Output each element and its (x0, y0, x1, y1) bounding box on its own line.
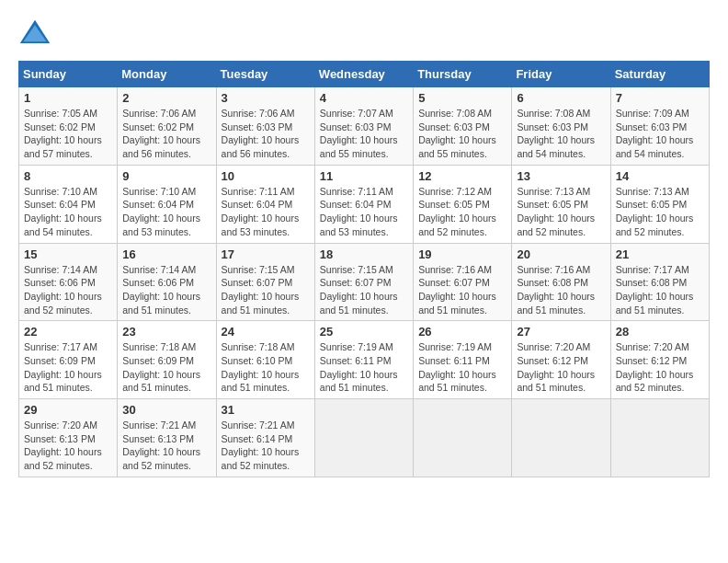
calendar-cell: 28Sunrise: 7:20 AM Sunset: 6:12 PM Dayli… (610, 321, 709, 399)
calendar-cell (512, 399, 610, 477)
day-number: 25 (320, 325, 408, 339)
day-info: Sunrise: 7:07 AM Sunset: 6:03 PM Dayligh… (320, 107, 408, 161)
column-header-friday: Friday (512, 62, 610, 87)
day-info: Sunrise: 7:10 AM Sunset: 6:04 PM Dayligh… (24, 185, 112, 239)
calendar-cell: 18Sunrise: 7:15 AM Sunset: 6:07 PM Dayli… (314, 243, 413, 321)
day-info: Sunrise: 7:20 AM Sunset: 6:13 PM Dayligh… (24, 419, 112, 473)
day-info: Sunrise: 7:19 AM Sunset: 6:11 PM Dayligh… (418, 340, 506, 395)
day-info: Sunrise: 7:11 AM Sunset: 6:04 PM Dayligh… (320, 185, 408, 239)
day-info: Sunrise: 7:08 AM Sunset: 6:03 PM Dayligh… (418, 107, 506, 161)
day-number: 8 (24, 169, 112, 183)
calendar-cell: 5Sunrise: 7:08 AM Sunset: 6:03 PM Daylig… (414, 87, 512, 166)
day-number: 4 (320, 91, 408, 105)
calendar-cell: 12Sunrise: 7:12 AM Sunset: 6:05 PM Dayli… (414, 165, 512, 243)
day-number: 30 (122, 403, 210, 417)
calendar-cell: 13Sunrise: 7:13 AM Sunset: 6:05 PM Dayli… (512, 165, 610, 243)
day-number: 22 (24, 325, 112, 339)
day-info: Sunrise: 7:14 AM Sunset: 6:06 PM Dayligh… (122, 263, 210, 317)
day-number: 6 (517, 91, 605, 105)
day-number: 12 (418, 169, 506, 183)
day-info: Sunrise: 7:20 AM Sunset: 6:12 PM Dayligh… (616, 340, 704, 395)
day-number: 2 (122, 91, 210, 105)
calendar-cell: 3Sunrise: 7:06 AM Sunset: 6:03 PM Daylig… (216, 87, 314, 166)
calendar-cell (314, 399, 413, 477)
day-number: 28 (616, 325, 704, 339)
calendar-cell: 16Sunrise: 7:14 AM Sunset: 6:06 PM Dayli… (118, 243, 216, 321)
day-number: 3 (222, 91, 310, 105)
calendar-cell: 21Sunrise: 7:17 AM Sunset: 6:08 PM Dayli… (610, 243, 709, 321)
day-info: Sunrise: 7:05 AM Sunset: 6:02 PM Dayligh… (24, 107, 112, 161)
calendar-week-row: 22Sunrise: 7:17 AM Sunset: 6:09 PM Dayli… (19, 321, 710, 399)
column-header-saturday: Saturday (610, 62, 709, 87)
calendar-cell (610, 399, 709, 477)
day-info: Sunrise: 7:21 AM Sunset: 6:13 PM Dayligh… (122, 419, 210, 473)
column-header-wednesday: Wednesday (314, 62, 413, 87)
day-info: Sunrise: 7:14 AM Sunset: 6:06 PM Dayligh… (24, 263, 112, 317)
day-number: 10 (222, 169, 310, 183)
calendar-cell: 20Sunrise: 7:16 AM Sunset: 6:08 PM Dayli… (512, 243, 610, 321)
day-info: Sunrise: 7:11 AM Sunset: 6:04 PM Dayligh… (222, 185, 310, 239)
calendar-cell: 11Sunrise: 7:11 AM Sunset: 6:04 PM Dayli… (314, 165, 413, 243)
calendar-week-row: 8Sunrise: 7:10 AM Sunset: 6:04 PM Daylig… (19, 165, 710, 243)
day-info: Sunrise: 7:17 AM Sunset: 6:08 PM Dayligh… (616, 263, 704, 317)
calendar-cell: 25Sunrise: 7:19 AM Sunset: 6:11 PM Dayli… (314, 321, 413, 399)
day-number: 9 (122, 169, 210, 183)
day-info: Sunrise: 7:18 AM Sunset: 6:09 PM Dayligh… (122, 340, 210, 395)
day-info: Sunrise: 7:21 AM Sunset: 6:14 PM Dayligh… (222, 419, 310, 473)
day-number: 26 (418, 325, 506, 339)
day-number: 21 (616, 247, 704, 261)
day-info: Sunrise: 7:06 AM Sunset: 6:03 PM Dayligh… (222, 107, 310, 161)
day-number: 1 (24, 91, 112, 105)
calendar-cell: 17Sunrise: 7:15 AM Sunset: 6:07 PM Dayli… (216, 243, 314, 321)
calendar-cell: 6Sunrise: 7:08 AM Sunset: 6:03 PM Daylig… (512, 87, 610, 166)
day-number: 11 (320, 169, 408, 183)
calendar-cell: 8Sunrise: 7:10 AM Sunset: 6:04 PM Daylig… (19, 165, 118, 243)
day-info: Sunrise: 7:20 AM Sunset: 6:12 PM Dayligh… (517, 340, 605, 395)
day-number: 15 (24, 247, 112, 261)
day-number: 20 (517, 247, 605, 261)
calendar-cell: 23Sunrise: 7:18 AM Sunset: 6:09 PM Dayli… (118, 321, 216, 399)
day-info: Sunrise: 7:15 AM Sunset: 6:07 PM Dayligh… (222, 263, 310, 317)
calendar-cell: 10Sunrise: 7:11 AM Sunset: 6:04 PM Dayli… (216, 165, 314, 243)
column-header-sunday: Sunday (19, 62, 118, 87)
day-info: Sunrise: 7:17 AM Sunset: 6:09 PM Dayligh… (24, 340, 112, 395)
calendar-cell: 19Sunrise: 7:16 AM Sunset: 6:07 PM Dayli… (414, 243, 512, 321)
day-number: 17 (222, 247, 310, 261)
logo (18, 18, 55, 52)
column-header-tuesday: Tuesday (216, 62, 314, 87)
calendar-cell: 29Sunrise: 7:20 AM Sunset: 6:13 PM Dayli… (19, 399, 118, 477)
day-number: 18 (320, 247, 408, 261)
calendar-header-row: SundayMondayTuesdayWednesdayThursdayFrid… (19, 62, 710, 87)
calendar-table: SundayMondayTuesdayWednesdayThursdayFrid… (18, 61, 710, 477)
day-number: 7 (616, 91, 704, 105)
calendar-cell: 15Sunrise: 7:14 AM Sunset: 6:06 PM Dayli… (19, 243, 118, 321)
calendar-cell: 9Sunrise: 7:10 AM Sunset: 6:04 PM Daylig… (118, 165, 216, 243)
column-header-monday: Monday (118, 62, 216, 87)
day-number: 23 (122, 325, 210, 339)
day-info: Sunrise: 7:15 AM Sunset: 6:07 PM Dayligh… (320, 263, 408, 317)
calendar-cell: 14Sunrise: 7:13 AM Sunset: 6:05 PM Dayli… (610, 165, 709, 243)
calendar-cell: 22Sunrise: 7:17 AM Sunset: 6:09 PM Dayli… (19, 321, 118, 399)
calendar-week-row: 15Sunrise: 7:14 AM Sunset: 6:06 PM Dayli… (19, 243, 710, 321)
logo-icon (18, 18, 51, 52)
calendar-cell: 7Sunrise: 7:09 AM Sunset: 6:03 PM Daylig… (610, 87, 709, 166)
day-info: Sunrise: 7:09 AM Sunset: 6:03 PM Dayligh… (616, 107, 704, 161)
day-number: 19 (418, 247, 506, 261)
day-info: Sunrise: 7:18 AM Sunset: 6:10 PM Dayligh… (222, 340, 310, 395)
day-info: Sunrise: 7:19 AM Sunset: 6:11 PM Dayligh… (320, 340, 408, 395)
day-number: 31 (222, 403, 310, 417)
day-number: 14 (616, 169, 704, 183)
day-info: Sunrise: 7:06 AM Sunset: 6:02 PM Dayligh… (122, 107, 210, 161)
day-number: 5 (418, 91, 506, 105)
calendar-cell: 24Sunrise: 7:18 AM Sunset: 6:10 PM Dayli… (216, 321, 314, 399)
day-info: Sunrise: 7:13 AM Sunset: 6:05 PM Dayligh… (517, 185, 605, 239)
calendar-cell (414, 399, 512, 477)
day-info: Sunrise: 7:13 AM Sunset: 6:05 PM Dayligh… (616, 185, 704, 239)
day-number: 29 (24, 403, 112, 417)
day-number: 16 (122, 247, 210, 261)
day-number: 13 (517, 169, 605, 183)
calendar-week-row: 1Sunrise: 7:05 AM Sunset: 6:02 PM Daylig… (19, 87, 710, 166)
calendar-cell: 2Sunrise: 7:06 AM Sunset: 6:02 PM Daylig… (118, 87, 216, 166)
day-number: 24 (222, 325, 310, 339)
day-info: Sunrise: 7:12 AM Sunset: 6:05 PM Dayligh… (418, 185, 506, 239)
